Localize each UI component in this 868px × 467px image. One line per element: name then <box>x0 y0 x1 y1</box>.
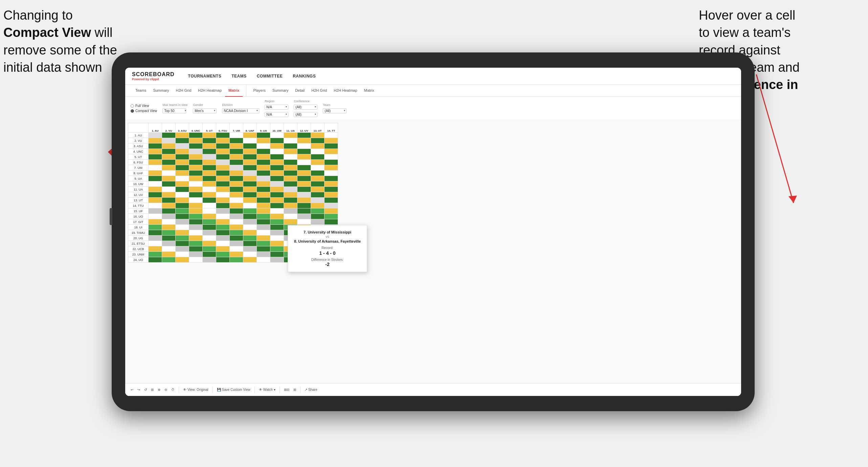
matrix-cell[interactable] <box>230 165 243 171</box>
matrix-cell[interactable] <box>162 176 176 181</box>
compact-view-option[interactable]: Compact View <box>131 109 157 113</box>
matrix-cell[interactable] <box>270 208 284 214</box>
matrix-container[interactable]: 1. AU2. VU3. ASU4. UNC5. UT6. FSU7. UM8.… <box>125 120 741 383</box>
tab-detail[interactable]: Detail <box>292 85 308 97</box>
max-teams-select[interactable]: Top 50 <box>162 108 186 113</box>
matrix-cell[interactable] <box>311 149 325 154</box>
matrix-cell[interactable] <box>149 225 162 230</box>
matrix-cell[interactable] <box>203 198 216 203</box>
matrix-cell[interactable] <box>270 241 284 246</box>
matrix-cell[interactable] <box>257 160 270 165</box>
matrix-cell[interactable] <box>243 160 257 165</box>
tab-teams[interactable]: Teams <box>132 85 150 97</box>
matrix-cell[interactable] <box>203 133 216 138</box>
matrix-cell[interactable] <box>270 246 284 252</box>
matrix-cell[interactable] <box>189 176 203 181</box>
matrix-cell[interactable] <box>284 165 297 171</box>
matrix-cell[interactable] <box>189 236 203 241</box>
matrix-cell[interactable] <box>176 165 189 171</box>
tab-players[interactable]: Players <box>250 85 269 97</box>
tab-h2h-heatmap-2[interactable]: H2H Heatmap <box>330 85 361 97</box>
matrix-cell[interactable] <box>311 219 325 225</box>
matrix-cell[interactable] <box>176 143 189 149</box>
matrix-cell[interactable] <box>230 214 243 219</box>
matrix-cell[interactable] <box>230 143 243 149</box>
watch-button[interactable]: 👁 Watch ▾ <box>259 388 275 392</box>
matrix-cell[interactable] <box>325 203 338 208</box>
matrix-cell[interactable] <box>230 133 243 138</box>
matrix-cell[interactable] <box>311 171 325 176</box>
matrix-cell[interactable] <box>203 257 216 263</box>
matrix-cell[interactable] <box>243 133 257 138</box>
matrix-cell[interactable] <box>284 149 297 154</box>
matrix-cell[interactable] <box>297 198 311 203</box>
matrix-cell[interactable] <box>297 181 311 187</box>
matrix-cell[interactable] <box>189 165 203 171</box>
matrix-cell[interactable] <box>257 225 270 230</box>
matrix-cell[interactable] <box>325 198 338 203</box>
matrix-cell[interactable] <box>257 246 270 252</box>
matrix-cell[interactable] <box>216 257 230 263</box>
matrix-cell[interactable] <box>162 165 176 171</box>
matrix-cell[interactable] <box>257 149 270 154</box>
matrix-cell[interactable] <box>203 187 216 192</box>
matrix-cell[interactable] <box>243 154 257 160</box>
matrix-cell[interactable] <box>230 203 243 208</box>
matrix-cell[interactable] <box>230 149 243 154</box>
matrix-cell[interactable] <box>325 171 338 176</box>
matrix-cell[interactable] <box>203 176 216 181</box>
matrix-cell[interactable] <box>270 236 284 241</box>
matrix-cell[interactable] <box>203 154 216 160</box>
matrix-cell[interactable] <box>243 214 257 219</box>
matrix-cell[interactable] <box>311 203 325 208</box>
matrix-cell[interactable] <box>216 143 230 149</box>
conference-select-2[interactable]: (All) <box>294 112 317 117</box>
matrix-cell[interactable] <box>149 219 162 225</box>
matrix-cell[interactable] <box>203 203 216 208</box>
matrix-cell[interactable] <box>149 176 162 181</box>
matrix-cell[interactable] <box>270 133 284 138</box>
matrix-cell[interactable] <box>257 230 270 236</box>
matrix-cell[interactable] <box>216 181 230 187</box>
matrix-cell[interactable] <box>297 138 311 143</box>
matrix-cell[interactable] <box>311 138 325 143</box>
matrix-cell[interactable] <box>257 154 270 160</box>
matrix-cell[interactable] <box>270 138 284 143</box>
matrix-cell[interactable] <box>257 198 270 203</box>
matrix-cell[interactable] <box>243 252 257 257</box>
matrix-cell[interactable] <box>325 154 338 160</box>
matrix-cell[interactable] <box>325 187 338 192</box>
matrix-cell[interactable] <box>284 187 297 192</box>
full-view-option[interactable]: Full View <box>131 104 157 108</box>
matrix-cell[interactable] <box>325 214 338 219</box>
matrix-cell[interactable] <box>257 181 270 187</box>
matrix-cell[interactable] <box>230 230 243 236</box>
matrix-cell[interactable] <box>270 176 284 181</box>
matrix-cell[interactable] <box>189 203 203 208</box>
matrix-cell[interactable] <box>162 171 176 176</box>
matrix-cell[interactable] <box>176 214 189 219</box>
matrix-cell[interactable] <box>189 149 203 154</box>
team-select[interactable]: (All) <box>323 108 347 113</box>
matrix-cell[interactable] <box>284 138 297 143</box>
matrix-cell[interactable] <box>162 160 176 165</box>
matrix-cell[interactable] <box>297 149 311 154</box>
nav-rankings[interactable]: RANKINGS <box>293 72 316 80</box>
matrix-cell[interactable] <box>284 214 297 219</box>
matrix-cell[interactable] <box>325 181 338 187</box>
matrix-cell[interactable] <box>257 257 270 263</box>
tab-h2h-grid-2[interactable]: H2H Grid <box>308 85 330 97</box>
matrix-cell[interactable] <box>203 230 216 236</box>
matrix-cell[interactable] <box>162 133 176 138</box>
matrix-cell[interactable] <box>284 160 297 165</box>
matrix-cell[interactable] <box>270 230 284 236</box>
matrix-cell[interactable] <box>297 165 311 171</box>
matrix-cell[interactable] <box>311 198 325 203</box>
redo-button[interactable]: ↪ <box>137 388 140 392</box>
matrix-cell[interactable] <box>311 165 325 171</box>
matrix-cell[interactable] <box>284 219 297 225</box>
matrix-cell[interactable] <box>149 192 162 198</box>
matrix-cell[interactable] <box>203 225 216 230</box>
matrix-cell[interactable] <box>230 198 243 203</box>
matrix-cell[interactable] <box>270 171 284 176</box>
